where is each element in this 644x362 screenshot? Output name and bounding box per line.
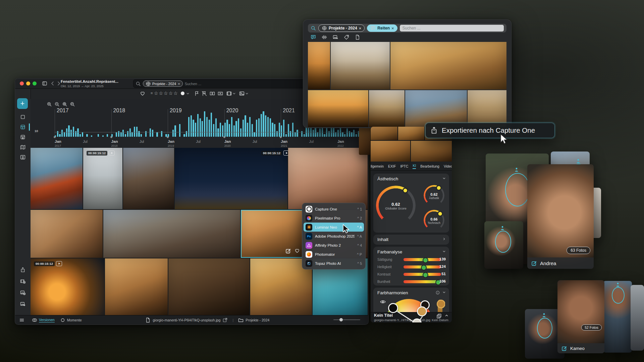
timeline-bar[interactable] xyxy=(215,118,217,137)
archive-icon[interactable] xyxy=(19,133,27,141)
inspector-tab-allgemein[interactable]: Allgemein xyxy=(371,164,384,168)
timeline-bar[interactable] xyxy=(243,120,244,137)
timeline-bar[interactable] xyxy=(211,113,212,137)
add-button[interactable]: + xyxy=(17,98,28,109)
face-oval[interactable] xyxy=(505,173,530,206)
stack-label[interactable]: Kameo xyxy=(557,343,604,353)
timeline-bar[interactable] xyxy=(258,118,260,137)
zoom-in-icon[interactable] xyxy=(47,102,52,107)
timeline-bar[interactable] xyxy=(220,123,221,137)
grid-view-icon[interactable] xyxy=(19,123,27,131)
photo-thumbnail[interactable] xyxy=(405,90,467,127)
export-menu-item[interactable]: PsAdobe Photoshop 2025^ A xyxy=(304,232,364,241)
stack-cover-photo[interactable]: 63 Fotos Andrea xyxy=(527,164,594,269)
chevron-up-icon[interactable] xyxy=(445,314,448,317)
timeline-bar[interactable] xyxy=(351,132,352,137)
info-icon[interactable] xyxy=(436,291,440,295)
photo-thumbnail[interactable] xyxy=(308,90,368,127)
share-icon[interactable] xyxy=(19,266,27,274)
timeline-bar[interactable] xyxy=(213,124,214,137)
slider-track[interactable] xyxy=(404,273,441,276)
search-token[interactable]: Projekte - 2024 × xyxy=(143,80,183,87)
edit-icon[interactable] xyxy=(531,260,537,266)
timeline-bar[interactable] xyxy=(202,121,203,137)
timeline-bar[interactable] xyxy=(324,134,325,137)
timeline-bar[interactable] xyxy=(224,123,226,137)
timeline-bar[interactable] xyxy=(172,130,174,137)
timeline-bar[interactable] xyxy=(292,123,293,137)
token-close-icon[interactable]: × xyxy=(359,26,362,31)
timeline-bar[interactable] xyxy=(342,132,343,137)
chevron-down-icon[interactable] xyxy=(442,291,446,294)
timeline-bar[interactable] xyxy=(86,134,88,137)
slider-knob[interactable] xyxy=(339,318,343,321)
film-icon[interactable] xyxy=(226,91,232,96)
flag-icon[interactable] xyxy=(194,91,200,96)
waveform-icon[interactable] xyxy=(322,35,327,40)
slider-knob[interactable] xyxy=(423,257,428,263)
timeline-bar[interactable] xyxy=(335,132,336,137)
inspector-tab-exif[interactable]: EXIF xyxy=(388,164,396,168)
photo-thumbnail[interactable] xyxy=(308,42,330,89)
timeline-bar[interactable] xyxy=(304,134,305,137)
export-menu-item[interactable]: Affinity Photo 2^ 4 xyxy=(304,241,364,250)
zoom-button[interactable] xyxy=(33,81,37,85)
rating-equals[interactable]: = xyxy=(151,91,153,95)
photo-thumbnail[interactable] xyxy=(31,210,103,258)
timeline-bar[interactable] xyxy=(344,134,345,137)
timeline-bar[interactable] xyxy=(193,120,194,137)
timeline-bar[interactable] xyxy=(70,130,72,137)
chevron-down-icon[interactable] xyxy=(186,92,190,95)
photo-plus-icon[interactable] xyxy=(19,289,27,297)
timeline-bar[interactable] xyxy=(233,125,235,137)
external-link-icon[interactable] xyxy=(222,317,228,323)
timeline-bar[interactable] xyxy=(82,132,83,137)
inspector-tab-ki[interactable]: KI xyxy=(413,164,416,169)
stack-photo[interactable] xyxy=(603,281,632,353)
photo-thumbnail[interactable] xyxy=(398,127,424,140)
edit-icon[interactable] xyxy=(561,346,567,351)
face-oval[interactable] xyxy=(495,231,511,253)
timeline-bar[interactable] xyxy=(222,125,223,137)
stack-photo[interactable] xyxy=(631,285,644,351)
timeline-bar[interactable] xyxy=(68,125,69,137)
timeline-bar[interactable] xyxy=(79,134,81,137)
content-card[interactable]: Inhalt xyxy=(373,235,449,245)
inspector-tab-video[interactable]: Video xyxy=(444,164,452,168)
chevron-down-icon[interactable] xyxy=(442,250,446,253)
photo-thumbnail[interactable] xyxy=(390,42,506,89)
photo-thumbnail[interactable]: 00:00:15:12 xyxy=(175,148,287,209)
timeline-bar[interactable] xyxy=(288,124,289,137)
color-label-icon[interactable] xyxy=(181,92,184,95)
thumbnail-action-icons[interactable] xyxy=(285,248,300,255)
timeline-bar[interactable] xyxy=(356,134,357,137)
flag-slash-icon[interactable] xyxy=(202,91,207,96)
search-token[interactable]: Reiten× xyxy=(367,24,397,32)
photo-thumbnail[interactable] xyxy=(411,141,452,162)
chevron-down-icon[interactable] xyxy=(232,92,236,95)
timeline-bar[interactable] xyxy=(131,132,133,137)
chevron-right-icon[interactable] xyxy=(442,237,446,241)
slider-track[interactable] xyxy=(404,280,441,283)
photo-thumbnail[interactable] xyxy=(288,148,368,209)
photo-sparkle-icon[interactable] xyxy=(19,300,27,308)
timeline-bar[interactable] xyxy=(274,124,275,137)
timeline-bar[interactable] xyxy=(179,124,180,137)
timeline-bar[interactable] xyxy=(247,123,248,137)
timeline-bar[interactable] xyxy=(294,132,296,137)
timeline-bar[interactable] xyxy=(165,134,167,137)
timeline-bar[interactable] xyxy=(263,111,264,137)
inspector-tab-bearbeitung[interactable]: Bearbeitung xyxy=(420,164,439,168)
square-view-icon[interactable] xyxy=(19,113,27,121)
chevron-down-icon[interactable] xyxy=(442,177,446,180)
timeline-bar[interactable] xyxy=(238,118,239,137)
speech-icon[interactable] xyxy=(311,35,316,40)
export-menu-item[interactable]: Photomator^ P xyxy=(304,250,364,259)
token-close-icon[interactable]: × xyxy=(178,82,180,86)
photo-thumbnail[interactable] xyxy=(371,127,397,140)
photo-thumbnail[interactable] xyxy=(168,258,250,315)
timeline-bar[interactable] xyxy=(98,134,99,137)
slider-track[interactable] xyxy=(404,258,441,261)
back-button[interactable] xyxy=(50,81,55,86)
photo-thumbnail[interactable] xyxy=(103,210,240,258)
